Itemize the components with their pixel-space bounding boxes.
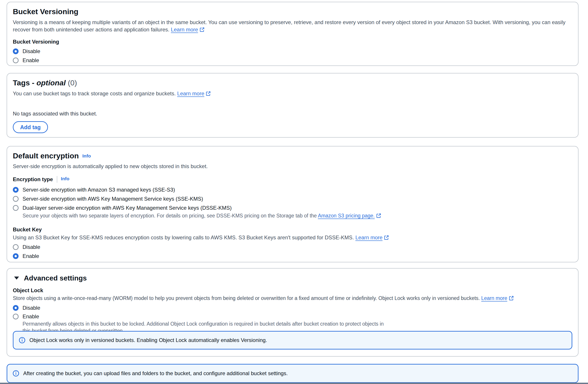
radio-option-disable[interactable]: Disable	[13, 243, 571, 251]
section-title-text: Default encryption	[13, 152, 79, 160]
dsse-kms-note: Secure your objects with two separate la…	[22, 212, 571, 219]
object-lock-description: Store objects using a write-once-read-ma…	[13, 295, 571, 302]
alert-text: Object Lock works only in versioned buck…	[29, 337, 267, 343]
pricing-page-link[interactable]: Amazon S3 pricing page.	[318, 213, 381, 219]
radio-option-enable[interactable]: Enable	[13, 57, 571, 64]
radio-label: Server-side encryption with Amazon S3 ma…	[22, 186, 175, 193]
section-description: Versioning is a means of keeping multipl…	[13, 19, 571, 33]
note-bold: Storage	[276, 213, 294, 219]
radio-input[interactable]	[13, 48, 19, 54]
alert-text: After creating the bucket, you can uploa…	[23, 370, 288, 377]
radio-label: Disable	[22, 304, 40, 312]
learn-more-label: Learn more	[481, 295, 507, 301]
encryption-type-row: Encryption typeInfo	[13, 176, 571, 183]
info-link[interactable]: Info	[61, 176, 69, 181]
radio-option-disable[interactable]: Disable	[13, 47, 571, 55]
radio-label: Disable	[22, 47, 40, 55]
object-lock-alert: Object Lock works only in versioned buck…	[13, 331, 572, 349]
radio-label: Disable	[22, 243, 40, 251]
footer-divider	[0, 383, 588, 384]
radio-option-enable[interactable]: Enable	[13, 313, 571, 320]
learn-more-label: Learn more	[177, 90, 205, 96]
radio-input[interactable]	[13, 196, 19, 202]
bucket-versioning-field-label: Bucket Versioning	[13, 38, 571, 45]
add-tag-button[interactable]: Add tag	[13, 121, 48, 133]
radio-label: Server-side encryption with AWS Key Mana…	[22, 195, 203, 203]
radio-label: Enable	[22, 252, 39, 260]
bucket-key-label: Bucket Key	[13, 226, 571, 233]
section-description: Server-side encryption is automatically …	[13, 163, 571, 170]
section-title: Tags - optional (0)	[13, 78, 571, 87]
radio-option-enable[interactable]: Enable	[13, 252, 571, 260]
encryption-type-label: Encryption type	[13, 176, 53, 182]
radio-option-sse-s3[interactable]: Server-side encryption with Amazon S3 ma…	[13, 186, 571, 193]
radio-option-dsse-kms[interactable]: Dual-layer server-side encryption with A…	[13, 204, 571, 211]
caret-down-icon	[14, 276, 19, 280]
section-description: You can use bucket tags to track storage…	[13, 90, 571, 97]
footer-info-alert: After creating the bucket, you can uploa…	[7, 364, 579, 383]
learn-more-link[interactable]: Learn more	[171, 26, 205, 33]
label-divider	[57, 176, 57, 183]
tags-count: (0)	[68, 79, 77, 87]
radio-input[interactable]	[13, 305, 19, 311]
tags-title-main: Tags -	[13, 79, 37, 87]
note-text: tab of the	[294, 213, 318, 219]
pricing-page-label: Amazon S3 pricing page.	[318, 213, 375, 219]
learn-more-link[interactable]: Learn more	[356, 234, 389, 240]
advanced-settings-section: Advanced settings Object Lock Store obje…	[7, 268, 579, 357]
radio-label: Dual-layer server-side encryption with A…	[22, 204, 232, 211]
object-lock-label: Object Lock	[13, 287, 571, 294]
default-encryption-section: Default encryptionInfo Server-side encry…	[7, 146, 579, 262]
external-link-icon	[384, 235, 389, 240]
info-icon	[13, 370, 19, 377]
tags-title-optional: optional	[37, 79, 66, 87]
tags-section: Tags - optional (0) You can use bucket t…	[7, 73, 579, 137]
advanced-settings-title: Advanced settings	[24, 274, 87, 282]
learn-more-link[interactable]: Learn more	[481, 295, 514, 301]
learn-more-label: Learn more	[171, 26, 198, 33]
radio-input[interactable]	[13, 58, 19, 63]
learn-more-label: Learn more	[356, 234, 383, 240]
external-link-icon	[509, 296, 514, 301]
external-link-icon	[376, 213, 381, 218]
info-link[interactable]: Info	[82, 153, 91, 158]
radio-input[interactable]	[13, 253, 19, 259]
radio-input[interactable]	[13, 187, 19, 193]
external-link-icon	[200, 27, 205, 32]
radio-option-disable[interactable]: Disable	[13, 304, 571, 312]
radio-input[interactable]	[13, 205, 19, 211]
description-text: You can use bucket tags to track storage…	[13, 90, 176, 96]
description-text: Using an S3 Bucket Key for SSE-KMS reduc…	[13, 234, 354, 240]
radio-input[interactable]	[13, 244, 19, 250]
radio-option-sse-kms[interactable]: Server-side encryption with AWS Key Mana…	[13, 195, 571, 203]
bucket-key-description: Using an S3 Bucket Key for SSE-KMS reduc…	[13, 234, 571, 241]
no-tags-text: No tags associated with this bucket.	[13, 110, 571, 117]
info-icon	[19, 337, 25, 343]
section-title: Bucket Versioning	[13, 7, 571, 16]
description-text: Store objects using a write-once-read-ma…	[13, 295, 480, 301]
note-bold: DSSE-KMS pricing	[216, 213, 259, 219]
section-title: Default encryptionInfo	[13, 151, 571, 160]
bucket-versioning-section: Bucket Versioning Versioning is a means …	[7, 2, 579, 66]
radio-label: Enable	[22, 57, 39, 64]
advanced-settings-toggle[interactable]: Advanced settings	[13, 274, 571, 282]
note-text: Secure your objects with two separate la…	[22, 213, 216, 219]
note-text: on the	[259, 213, 276, 219]
radio-label: Enable	[22, 313, 39, 320]
description-text: Versioning is a means of keeping multipl…	[13, 19, 566, 33]
external-link-icon	[206, 91, 211, 96]
radio-input[interactable]	[13, 314, 19, 319]
learn-more-link[interactable]: Learn more	[177, 90, 211, 96]
